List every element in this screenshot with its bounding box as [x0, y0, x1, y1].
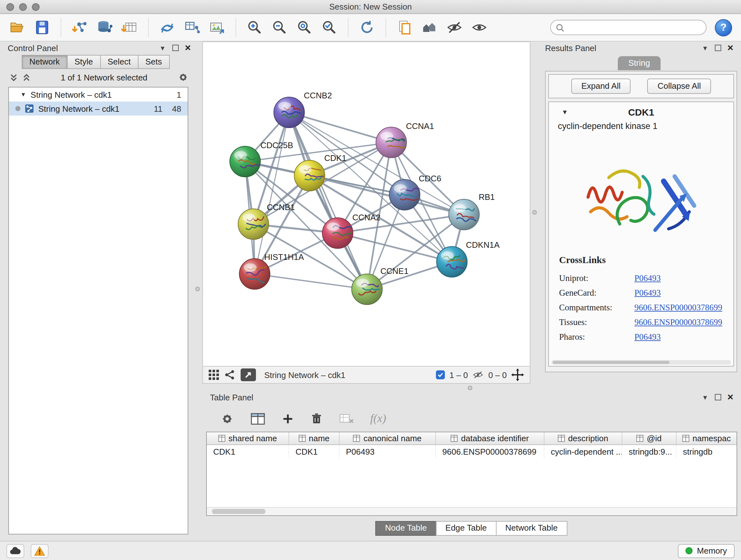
scrollbar-thumb[interactable]	[212, 509, 266, 514]
network-edge[interactable]	[255, 112, 289, 274]
table-horizontal-scrollbar[interactable]	[207, 507, 737, 515]
panel-menu-icon[interactable]: ▼	[159, 44, 166, 51]
show-all-button[interactable]	[471, 19, 488, 36]
tab-style[interactable]: Style	[67, 55, 100, 69]
column-header-database-identifier[interactable]: database identifier	[436, 432, 544, 445]
network-node-CCNE1[interactable]: CCNE1	[352, 266, 408, 305]
import-network-database-button[interactable]	[96, 19, 113, 36]
panel-float-icon[interactable]	[715, 394, 721, 400]
window-minimize-button[interactable]	[19, 3, 27, 11]
splitter-handle[interactable]	[195, 287, 200, 291]
protein-collapse-icon[interactable]: ▼	[562, 108, 568, 115]
splitter-handle[interactable]	[468, 386, 472, 390]
cell-id[interactable]: stringdb:9...	[622, 445, 677, 458]
network-node-HIST1H1A[interactable]: HIST1H1A	[239, 252, 304, 289]
detach-view-button[interactable]	[241, 368, 256, 381]
panel-menu-icon[interactable]: ▼	[702, 394, 709, 401]
panel-close-icon[interactable]: ×	[185, 43, 191, 53]
tab-network-table[interactable]: Network Table	[495, 521, 567, 536]
zoom-in-button[interactable]	[246, 19, 263, 36]
column-header-namespace[interactable]: namespac	[677, 432, 737, 445]
expand-all-icon[interactable]	[22, 73, 30, 81]
tree-expand-icon[interactable]: ▼	[20, 91, 26, 98]
network-node-CDK1[interactable]: CDK1	[294, 153, 346, 191]
network-node-CCNB1[interactable]: CCNB1	[238, 202, 295, 240]
pan-mode-icon[interactable]	[511, 368, 524, 381]
network-edge[interactable]	[255, 274, 367, 289]
collapse-all-icon[interactable]	[10, 73, 18, 81]
column-header-description[interactable]: description	[544, 432, 622, 445]
hidden-elements-icon[interactable]	[472, 370, 484, 379]
network-node-CCNA1[interactable]: CCNA1	[376, 121, 434, 158]
birds-eye-view-icon[interactable]	[209, 370, 219, 380]
network-node-CDKN1A[interactable]: CDKN1A	[436, 240, 500, 277]
first-neighbors-button[interactable]	[421, 19, 438, 36]
crosslink-pharos-link[interactable]: P06493	[634, 329, 661, 344]
network-canvas[interactable]: CCNB2CCNA1CDC25BCDK1CDC6RB1CCNB1CCNA2CDK…	[202, 42, 530, 367]
zoom-fit-button[interactable]	[296, 19, 313, 36]
tab-sets[interactable]: Sets	[138, 55, 170, 69]
cell-database-identifier[interactable]: 9606.ENSP00000378699	[436, 445, 544, 458]
zoom-out-button[interactable]	[271, 19, 288, 36]
column-header-shared-name[interactable]: shared name	[207, 432, 289, 445]
cell-namespace[interactable]: stringdb	[677, 445, 737, 458]
export-image-button[interactable]	[209, 19, 225, 36]
crosslink-genecard-link[interactable]: P06493	[634, 286, 661, 300]
network-edge[interactable]	[289, 112, 367, 289]
column-header-canonical-name[interactable]: canonical name	[340, 432, 436, 445]
save-session-button[interactable]	[34, 19, 51, 36]
memory-button[interactable]: Memory	[678, 544, 735, 558]
open-file-button[interactable]	[9, 19, 25, 36]
column-header-name[interactable]: name	[289, 432, 340, 445]
import-table-button[interactable]	[121, 19, 138, 36]
network-node-CDC25B[interactable]: CDC25B	[230, 140, 293, 177]
selected-nodes-icon[interactable]	[436, 370, 445, 379]
tab-edge-table[interactable]: Edge Table	[436, 521, 496, 536]
tab-node-table[interactable]: Node Table	[375, 521, 436, 536]
panel-close-icon[interactable]: ×	[727, 43, 733, 53]
protein-card-scrollbar[interactable]	[551, 360, 731, 365]
search-input[interactable]	[568, 23, 701, 32]
panel-float-icon[interactable]	[172, 45, 179, 51]
tab-network[interactable]: Network	[22, 55, 67, 69]
network-collection-row[interactable]: ▼ String Network – cdk1 1	[9, 87, 188, 102]
panel-float-icon[interactable]	[715, 45, 721, 51]
import-network-file-button[interactable]	[71, 19, 88, 36]
delete-column-icon[interactable]	[310, 412, 323, 426]
cell-shared-name[interactable]: CDK1	[207, 445, 289, 458]
crosslink-tissues-link[interactable]: 9606.ENSP00000378699	[634, 315, 722, 329]
splitter-handle[interactable]	[532, 210, 537, 214]
network-edge[interactable]	[289, 112, 391, 142]
network-row[interactable]: String Network – cdk1 11 48	[9, 102, 188, 116]
collapse-all-button[interactable]: Collapse All	[648, 78, 711, 94]
expand-all-button[interactable]: Expand All	[571, 78, 631, 94]
help-button[interactable]: ?	[715, 19, 732, 36]
copy-button[interactable]	[396, 19, 413, 36]
share-view-icon[interactable]	[225, 370, 235, 380]
window-zoom-button[interactable]	[32, 3, 40, 11]
warning-status-button[interactable]	[30, 544, 49, 558]
share-network-button[interactable]	[159, 19, 176, 36]
panel-menu-icon[interactable]: ▼	[702, 44, 709, 51]
tab-select[interactable]: Select	[100, 55, 138, 69]
cell-description[interactable]: cyclin-dependent ...	[544, 445, 622, 458]
network-graph[interactable]: CCNB2CCNA1CDC25BCDK1CDC6RB1CCNB1CCNA2CDK…	[203, 42, 530, 366]
show-columns-icon[interactable]	[250, 412, 266, 426]
tab-string[interactable]: String	[617, 56, 661, 70]
cell-canonical-name[interactable]: P06493	[340, 445, 436, 458]
network-node-RB1[interactable]: RB1	[449, 192, 495, 230]
panel-close-icon[interactable]: ×	[727, 392, 733, 402]
zoom-selected-button[interactable]	[321, 19, 338, 36]
network-table-button[interactable]	[184, 19, 200, 36]
column-header-id[interactable]: @id	[622, 432, 677, 445]
table-row[interactable]: CDK1 CDK1 P06493 9606.ENSP00000378699 cy…	[207, 445, 737, 458]
cell-name[interactable]: CDK1	[289, 445, 340, 458]
gear-icon[interactable]	[178, 71, 189, 83]
cloud-status-button[interactable]	[6, 544, 24, 558]
gear-icon[interactable]	[220, 412, 234, 426]
refresh-button[interactable]	[359, 19, 375, 36]
crosslink-compartments-link[interactable]: 9606.ENSP00000378699	[634, 300, 722, 315]
crosslink-uniprot-link[interactable]: P06493	[634, 271, 661, 286]
hide-selected-button[interactable]	[446, 19, 463, 36]
create-column-icon[interactable]	[281, 412, 294, 425]
